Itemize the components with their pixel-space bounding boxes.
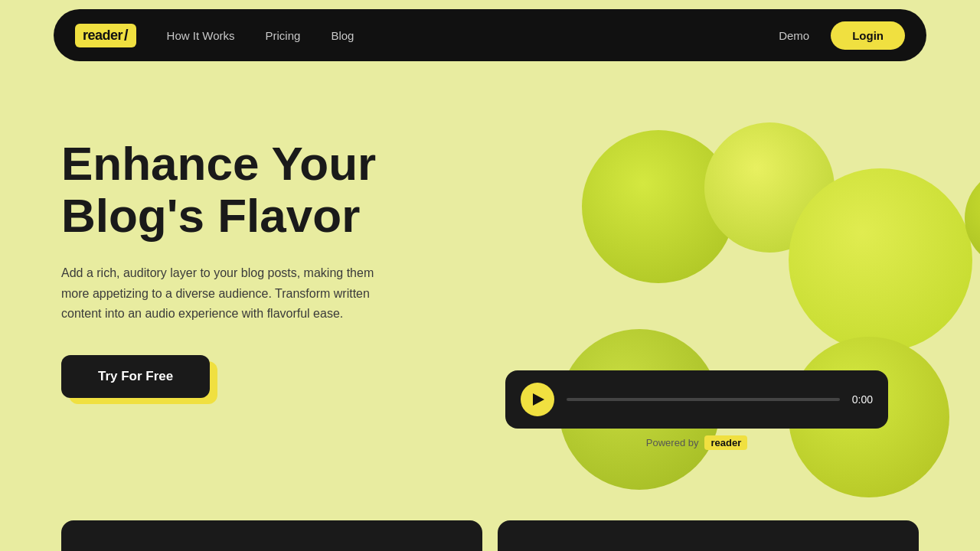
hero-description: Add a rich, auditory layer to your blog … xyxy=(61,263,383,324)
audio-player: 0:00 xyxy=(505,370,888,429)
decorative-circle-3 xyxy=(789,168,972,352)
play-icon xyxy=(533,393,544,406)
time-display: 0:00 xyxy=(852,393,873,406)
logo-area[interactable]: reader / xyxy=(75,24,136,47)
nav-right: Demo Login xyxy=(779,21,905,50)
powered-by: Powered by reader xyxy=(505,435,888,450)
bottom-card-2 xyxy=(498,520,919,551)
hero-section: Enhance Your Blog's Flavor Add a rich, a… xyxy=(0,61,980,505)
nav-link-pricing[interactable]: Pricing xyxy=(266,29,301,42)
powered-by-label: Powered by xyxy=(646,437,699,448)
navbar: reader / How It Works Pricing Blog Demo … xyxy=(54,9,926,61)
bottom-card-1 xyxy=(61,520,482,551)
progress-bar[interactable] xyxy=(567,398,840,401)
hero-title: Enhance Your Blog's Flavor xyxy=(61,138,459,242)
hero-left: Enhance Your Blog's Flavor Add a rich, a… xyxy=(61,107,459,398)
logo-slash: / xyxy=(124,27,129,44)
nav-link-blog[interactable]: Blog xyxy=(331,29,354,42)
try-for-free-button[interactable]: Try For Free xyxy=(61,355,210,398)
try-btn-wrapper: Try For Free xyxy=(61,355,210,398)
login-button[interactable]: Login xyxy=(831,21,905,50)
nav-demo-link[interactable]: Demo xyxy=(779,29,809,42)
logo-box: reader / xyxy=(75,24,136,47)
play-button[interactable] xyxy=(521,383,554,416)
logo-text: reader xyxy=(83,28,122,44)
powered-by-brand: reader xyxy=(704,435,747,450)
hero-right: 0:00 Powered by reader xyxy=(459,107,919,505)
nav-link-how-it-works[interactable]: How It Works xyxy=(167,29,235,42)
nav-links: How It Works Pricing Blog xyxy=(167,29,779,42)
bottom-cards xyxy=(0,520,980,551)
